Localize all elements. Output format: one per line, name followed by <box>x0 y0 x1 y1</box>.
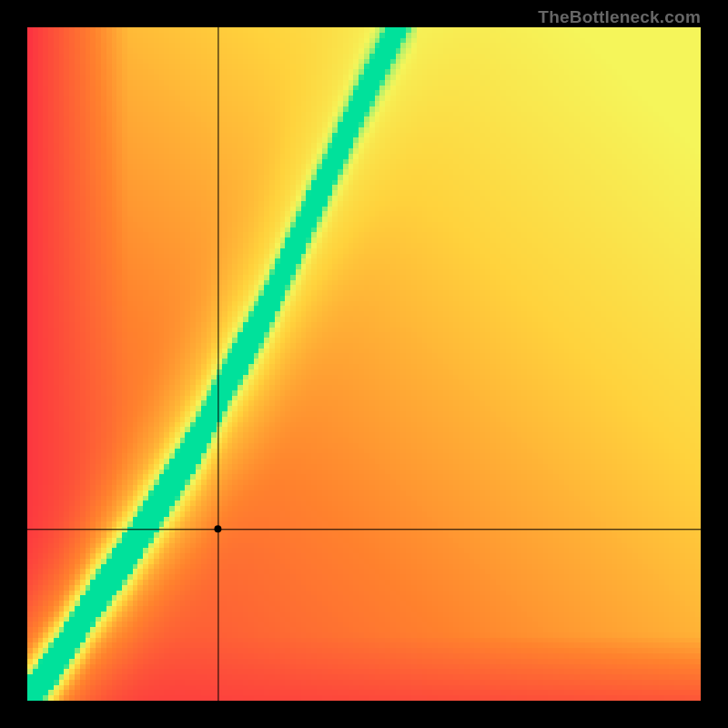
bottleneck-heatmap <box>27 27 701 701</box>
chart-frame: TheBottleneck.com <box>0 0 728 728</box>
watermark-text: TheBottleneck.com <box>538 7 701 27</box>
